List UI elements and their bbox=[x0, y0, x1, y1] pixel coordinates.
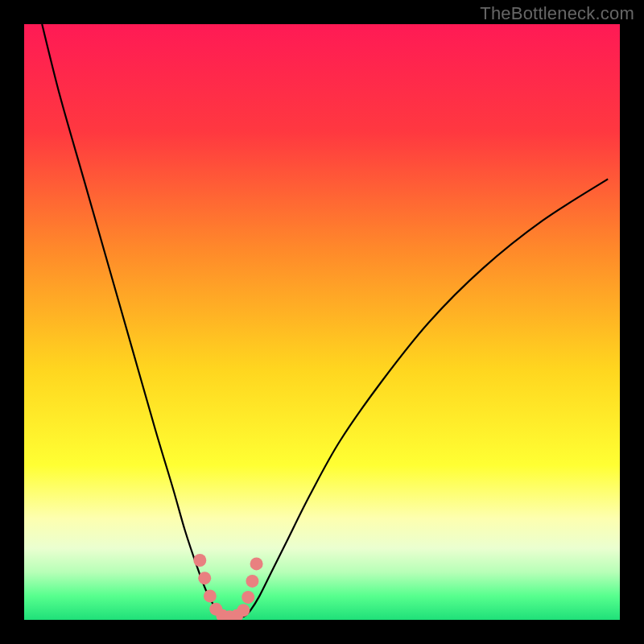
plot-frame bbox=[24, 24, 620, 620]
marker-dot bbox=[198, 572, 211, 584]
marker-dot bbox=[246, 575, 258, 588]
marker-dot bbox=[242, 591, 254, 604]
marker-dot bbox=[204, 589, 217, 602]
marker-dot bbox=[250, 557, 263, 570]
marker-dot bbox=[237, 604, 250, 617]
gradient-background bbox=[24, 24, 620, 620]
marker-dot bbox=[193, 554, 206, 567]
watermark: TheBottleneck.com bbox=[480, 3, 634, 24]
plot-area bbox=[24, 24, 620, 620]
